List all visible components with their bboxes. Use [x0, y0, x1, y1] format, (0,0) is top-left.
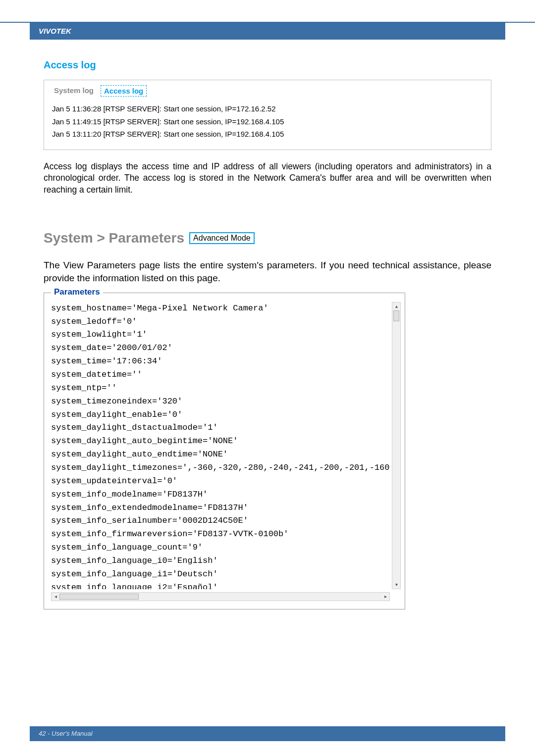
parameters-description: The View Parameters page lists the entir… [44, 259, 491, 284]
brand-text: VIVOTEK [39, 27, 71, 35]
log-tabs: System log Access log [44, 80, 491, 100]
advanced-mode-badge: Advanced Mode [189, 232, 255, 244]
footer-text: 42 - User's Manual [39, 730, 93, 737]
vertical-scroll-thumb[interactable] [393, 310, 399, 321]
parameters-heading: System > Parameters [44, 230, 184, 246]
horizontal-scrollbar[interactable]: ◂ ▸ [51, 592, 390, 601]
tab-system-log[interactable]: System log [51, 85, 97, 97]
horizontal-scroll-thumb[interactable] [59, 594, 139, 600]
parameters-legend: Parameters [51, 287, 103, 297]
access-log-title: Access log [44, 59, 491, 71]
scroll-left-icon[interactable]: ◂ [52, 593, 59, 601]
parameters-fieldset: Parameters system_hostname='Mega-Pixel N… [44, 293, 405, 609]
log-line: Jan 5 11:36:28 [RTSP SERVER]: Start one … [52, 102, 483, 115]
vertical-scrollbar[interactable]: ▴ ▾ [392, 302, 401, 589]
log-line: Jan 5 11:49:15 [RTSP SERVER]: Start one … [52, 115, 483, 128]
scroll-down-icon[interactable]: ▾ [392, 581, 400, 589]
parameters-text: system_hostname='Mega-Pixel Network Came… [51, 302, 400, 589]
brand-bar: VIVOTEK [30, 23, 505, 40]
log-line: Jan 5 13:11:20 [RTSP SERVER]: Start one … [52, 128, 483, 141]
parameters-scroll-area: system_hostname='Mega-Pixel Network Came… [51, 302, 400, 604]
access-log-box: System log Access log Jan 5 11:36:28 [RT… [44, 80, 491, 150]
page-footer: 42 - User's Manual [30, 726, 505, 741]
parameters-heading-row: System > Parameters Advanced Mode [44, 230, 491, 246]
access-log-description: Access log displays the access time and … [44, 161, 491, 196]
tab-access-log[interactable]: Access log [101, 85, 147, 97]
scroll-up-icon[interactable]: ▴ [392, 302, 400, 310]
access-log-lines: Jan 5 11:36:28 [RTSP SERVER]: Start one … [44, 100, 491, 150]
scroll-right-icon[interactable]: ▸ [381, 593, 389, 601]
page-content: Access log System log Access log Jan 5 1… [44, 59, 491, 609]
